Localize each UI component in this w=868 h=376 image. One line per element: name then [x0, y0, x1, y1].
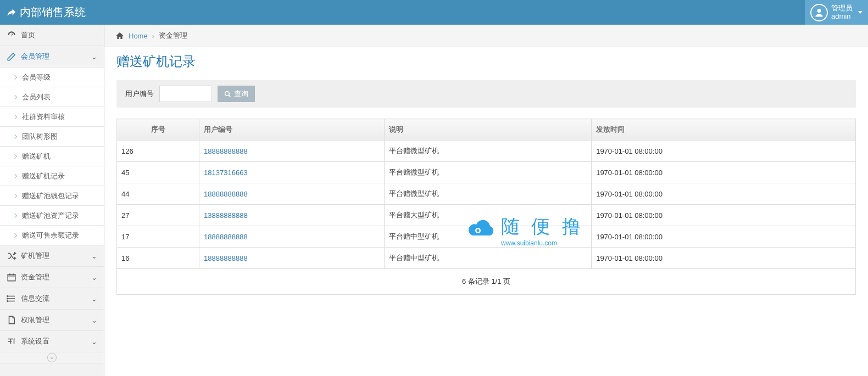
- query-button[interactable]: 查询: [218, 86, 255, 102]
- cell-uid: 13888888888: [199, 205, 385, 226]
- cell-desc: 平台赠中型矿机: [385, 248, 592, 269]
- table-header: 序号: [117, 119, 199, 141]
- cell-sn: 16: [117, 248, 199, 269]
- breadcrumb: Home › 资金管理: [104, 25, 868, 47]
- chevron-down-icon: ⌄: [91, 316, 97, 324]
- filter-label: 用户编号: [125, 89, 154, 99]
- nav-info-exchange[interactable]: 信息交流 ⌄: [0, 288, 104, 310]
- cell-uid: 18888888888: [199, 183, 385, 205]
- nav-fund-label: 资金管理: [21, 272, 49, 282]
- uid-link[interactable]: 13888888888: [204, 211, 248, 220]
- home-icon: [115, 31, 124, 40]
- table-row: 12618888888888平台赠微型矿机1970-01-01 08:00:00: [117, 141, 856, 162]
- breadcrumb-home[interactable]: Home: [129, 32, 148, 40]
- uid-link[interactable]: 18888888888: [204, 147, 248, 155]
- sidebar: 首页 会员管理 ⌄ 会员等级会员列表社群资料审核团队树形图赠送矿机赠送矿机记录赠…: [0, 25, 104, 376]
- chevron-down-icon: ⌄: [91, 252, 97, 260]
- nav-fund-mgmt[interactable]: 资金管理 ⌄: [0, 267, 104, 288]
- chevron-down-icon: ⌄: [91, 53, 97, 61]
- cell-uid: 18888888888: [199, 141, 385, 162]
- leaf-icon: [5, 7, 16, 18]
- uid-link[interactable]: 18137316663: [204, 169, 248, 177]
- cell-sn: 17: [117, 226, 199, 248]
- cell-time: 1970-01-01 08:00:00: [592, 162, 856, 183]
- nav-info-label: 信息交流: [21, 294, 49, 304]
- sidebar-sub-item[interactable]: 社群资料审核: [0, 107, 104, 127]
- cell-time: 1970-01-01 08:00:00: [592, 248, 856, 269]
- table-row: 4518137316663平台赠微型矿机1970-01-01 08:00:00: [117, 162, 856, 183]
- edit-icon: [7, 52, 16, 61]
- cell-time: 1970-01-01 08:00:00: [592, 205, 856, 226]
- nav-home-label: 首页: [21, 30, 35, 40]
- cell-desc: 平台赠微型矿机: [385, 183, 592, 205]
- cell-time: 1970-01-01 08:00:00: [592, 183, 856, 205]
- cell-desc: 平台赠微型矿机: [385, 141, 592, 162]
- collapse-button[interactable]: «: [47, 353, 57, 362]
- document-icon: [7, 315, 16, 325]
- uid-link[interactable]: 18888888888: [204, 254, 248, 262]
- cell-uid: 18137316663: [199, 162, 385, 183]
- nav-member-label: 会员管理: [21, 52, 49, 61]
- sidebar-sub-item[interactable]: 会员等级: [0, 68, 104, 87]
- user-menu[interactable]: 管理员 admin: [805, 0, 868, 25]
- chevron-down-icon: [858, 11, 863, 14]
- table-header: 说明: [385, 119, 592, 141]
- sidebar-collapse-row: «: [0, 352, 104, 363]
- user-id-input[interactable]: [159, 86, 212, 102]
- search-icon: [224, 91, 231, 98]
- nav-sys-label: 系统设置: [21, 336, 49, 346]
- user-icon: [810, 4, 828, 21]
- sidebar-sub-item[interactable]: 赠送矿机: [0, 147, 104, 166]
- user-name: admin: [831, 13, 853, 21]
- sidebar-sub-item[interactable]: 赠送矿池资产记录: [0, 206, 104, 226]
- page-title: 赠送矿机记录: [116, 53, 856, 70]
- svg-point-4: [7, 301, 8, 302]
- sidebar-sub-item[interactable]: 团队树形图: [0, 127, 104, 147]
- sidebar-sub-item[interactable]: 赠送矿机记录: [0, 166, 104, 186]
- pager-info: 6 条记录 1/1 页: [116, 269, 856, 295]
- table-header: 发放时间: [592, 119, 856, 141]
- list-icon: [7, 294, 16, 304]
- svg-point-5: [225, 91, 230, 96]
- breadcrumb-current: 资金管理: [159, 31, 187, 41]
- svg-point-2: [7, 296, 8, 297]
- sidebar-sub-item[interactable]: 会员列表: [0, 87, 104, 107]
- dashboard-icon: [7, 30, 16, 40]
- svg-rect-1: [8, 274, 15, 281]
- chevron-down-icon: ⌄: [91, 273, 97, 282]
- uid-link[interactable]: 18888888888: [204, 190, 248, 198]
- nav-perm-mgmt[interactable]: 权限管理 ⌄: [0, 310, 104, 331]
- table-row: 1718888888888平台赠中型矿机1970-01-01 08:00:00: [117, 226, 856, 248]
- cell-time: 1970-01-01 08:00:00: [592, 226, 856, 248]
- sidebar-sub-item[interactable]: 赠送矿池钱包记录: [0, 186, 104, 206]
- records-table: 序号用户编号说明发放时间 12618888888888平台赠微型矿机1970-0…: [116, 119, 856, 269]
- cell-time: 1970-01-01 08:00:00: [592, 141, 856, 162]
- brand: 内部销售系统: [5, 5, 86, 20]
- filter-bar: 用户编号 查询: [116, 80, 856, 108]
- nav-member-mgmt[interactable]: 会员管理 ⌄: [0, 46, 104, 68]
- shuffle-icon: [7, 251, 16, 261]
- sidebar-sub-item[interactable]: 赠送可售余额记录: [0, 226, 104, 245]
- cell-desc: 平台赠大型矿机: [385, 205, 592, 226]
- nav-miner-label: 矿机管理: [21, 251, 49, 261]
- calendar-icon: [7, 272, 16, 282]
- app-title: 内部销售系统: [20, 5, 86, 20]
- table-header: 用户编号: [199, 119, 385, 141]
- uid-link[interactable]: 18888888888: [204, 233, 248, 241]
- chevron-down-icon: ⌄: [91, 295, 97, 303]
- svg-point-3: [7, 298, 8, 299]
- cell-sn: 126: [117, 141, 199, 162]
- breadcrumb-sep: ›: [152, 32, 154, 40]
- cell-sn: 27: [117, 205, 199, 226]
- nav-perm-label: 权限管理: [21, 315, 49, 325]
- nav-sys-settings[interactable]: 系统设置 ⌄: [0, 331, 104, 352]
- cell-sn: 44: [117, 183, 199, 205]
- topbar: 内部销售系统 管理员 admin: [0, 0, 868, 25]
- cell-uid: 18888888888: [199, 248, 385, 269]
- main: Home › 资金管理 赠送矿机记录 用户编号 查询 序号用户编号说明发放时间 …: [104, 25, 868, 376]
- nav-miner-mgmt[interactable]: 矿机管理 ⌄: [0, 245, 104, 267]
- table-row: 2713888888888平台赠大型矿机1970-01-01 08:00:00: [117, 205, 856, 226]
- cell-sn: 45: [117, 162, 199, 183]
- query-button-label: 查询: [234, 89, 248, 99]
- nav-home[interactable]: 首页: [0, 25, 104, 46]
